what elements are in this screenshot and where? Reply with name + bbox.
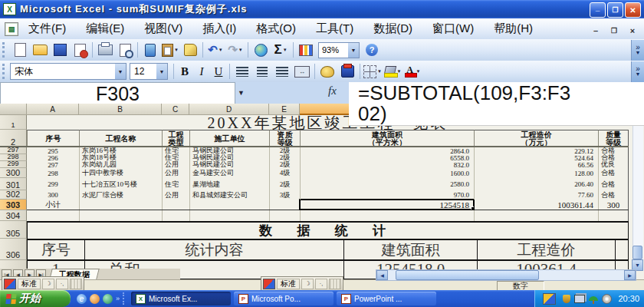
table-cell[interactable] bbox=[300, 210, 474, 221]
table-cell[interactable]: 住宅 bbox=[162, 154, 189, 161]
antivirus-tray-icon[interactable] bbox=[589, 296, 598, 301]
table-cell[interactable]: 6558.0 bbox=[300, 154, 474, 161]
permission-button[interactable] bbox=[71, 41, 89, 59]
row-header[interactable]: 301 bbox=[0, 178, 27, 190]
ime-mode-label[interactable]: 标准 bbox=[277, 279, 300, 289]
new-document-button[interactable] bbox=[11, 41, 29, 59]
doc-close-icon[interactable] bbox=[627, 26, 638, 35]
table-header-cell[interactable]: 序号 bbox=[27, 130, 79, 147]
horizontal-scrollbar-thumb[interactable] bbox=[396, 270, 539, 280]
name-box-dropdown-icon[interactable]: ▼ bbox=[238, 89, 245, 97]
save-button[interactable] bbox=[51, 41, 69, 59]
toolbar-options-button[interactable] bbox=[631, 61, 644, 82]
table-header-cell[interactable]: 建筑面积 （平方米） bbox=[300, 130, 474, 147]
help-button[interactable] bbox=[363, 41, 381, 59]
table-cell[interactable]: 66.56 bbox=[474, 161, 598, 168]
italic-button[interactable]: I bbox=[193, 63, 210, 80]
table-cell[interactable]: 马钢民建公司 bbox=[189, 161, 269, 168]
row-header[interactable]: 1 bbox=[0, 115, 27, 130]
table-cell[interactable]: 77.60 bbox=[474, 190, 598, 200]
menu-item-4[interactable]: 格式(O) bbox=[254, 20, 298, 38]
menu-item-8[interactable]: 帮助(H) bbox=[491, 20, 535, 38]
table-cell[interactable]: 公用 bbox=[162, 161, 189, 168]
table-cell[interactable]: 3级 bbox=[269, 190, 300, 200]
ime-logo-icon[interactable] bbox=[4, 279, 16, 289]
table-cell[interactable] bbox=[269, 200, 300, 210]
row-header[interactable]: 305 bbox=[0, 221, 27, 239]
row-header[interactable]: 299 bbox=[0, 161, 27, 168]
restore-button[interactable] bbox=[607, 2, 623, 18]
ime-punctuation-icon[interactable] bbox=[56, 279, 68, 289]
table-header-cell[interactable]: 工程造价 （万元） bbox=[474, 130, 598, 147]
zoom-dropdown-icon[interactable]: ▼ bbox=[348, 43, 359, 58]
table-cell[interactable]: 优良 bbox=[598, 161, 629, 168]
table-cell[interactable] bbox=[27, 210, 79, 221]
chart-wizard-button[interactable] bbox=[297, 41, 315, 59]
stats-header-cell[interactable]: 统计内容 bbox=[84, 240, 343, 259]
table-cell[interactable]: 2864.0 bbox=[300, 147, 474, 154]
open-button[interactable] bbox=[31, 41, 49, 59]
ime-keyboard-icon[interactable] bbox=[329, 279, 341, 289]
table-cell[interactable]: 295 bbox=[27, 147, 79, 154]
print-preview-button[interactable] bbox=[116, 41, 134, 59]
quick-launch-more-icon[interactable] bbox=[116, 295, 120, 302]
taskbar-task-0[interactable]: Microsoft Ex... bbox=[131, 292, 231, 305]
insert-function-icon[interactable]: fx bbox=[328, 84, 337, 97]
table-cell[interactable]: 十四中教学楼 bbox=[79, 168, 162, 178]
print-button[interactable] bbox=[96, 41, 114, 59]
messenger-icon[interactable] bbox=[103, 294, 113, 304]
row-header[interactable]: 2 bbox=[0, 130, 27, 147]
column-header-C[interactable]: C bbox=[162, 104, 189, 115]
selected-cell-F303[interactable]: 1254518 bbox=[300, 200, 474, 210]
network-tray-icon[interactable] bbox=[574, 295, 585, 303]
column-header-E[interactable]: E bbox=[269, 104, 300, 115]
ime-logo-icon[interactable] bbox=[263, 279, 275, 289]
formula-text[interactable]: =SUBTOTAL(109,F3:F302) bbox=[358, 83, 577, 124]
redo-button[interactable]: ▼ bbox=[226, 41, 245, 59]
subtotal-label-cell[interactable]: 小计 bbox=[27, 200, 79, 210]
start-button[interactable]: 开始 bbox=[0, 290, 71, 307]
table-cell[interactable]: 2级 bbox=[269, 147, 300, 154]
table-cell[interactable]: 马钢民建公司 bbox=[189, 154, 269, 161]
ime-fullwidth-icon[interactable] bbox=[301, 279, 314, 289]
table-cell[interactable]: 水泥厂综合楼 bbox=[79, 190, 162, 200]
table-cell[interactable]: 合格 bbox=[598, 168, 629, 178]
table-cell[interactable] bbox=[79, 200, 162, 210]
toolbar-options-button[interactable] bbox=[631, 40, 644, 61]
table-cell[interactable]: 公用 bbox=[162, 190, 189, 200]
table-cell[interactable]: 巢湖地建 bbox=[189, 178, 269, 190]
stats-header-cell[interactable]: 序号 bbox=[28, 240, 84, 259]
table-cell[interactable] bbox=[162, 200, 189, 210]
table-header-cell[interactable]: 施工单位 bbox=[189, 130, 269, 147]
table-cell[interactable]: 128.00 bbox=[474, 168, 598, 178]
table-cell[interactable]: 公用 bbox=[162, 168, 189, 178]
undo-button[interactable]: ▼ bbox=[206, 41, 225, 59]
table-cell[interactable]: 合格 bbox=[598, 190, 629, 200]
align-right-button[interactable] bbox=[273, 63, 291, 81]
menu-item-7[interactable]: 窗口(W) bbox=[430, 20, 476, 38]
table-cell[interactable]: 4级 bbox=[269, 168, 300, 178]
table-cell[interactable]: 合格 bbox=[598, 154, 629, 161]
stats-header-cell[interactable]: 工程造价 bbox=[477, 240, 615, 259]
bold-button[interactable]: B bbox=[176, 63, 193, 80]
table-cell[interactable]: 300 bbox=[27, 190, 79, 200]
table-cell[interactable]: 东岗16号楼 bbox=[79, 147, 162, 154]
subtotal-cost-cell[interactable]: 100361.44 bbox=[474, 200, 598, 210]
table-header-cell[interactable]: 质量 等级 bbox=[598, 130, 629, 147]
currency-button[interactable] bbox=[318, 63, 337, 81]
language-bar-icon[interactable] bbox=[543, 293, 556, 305]
table-cell[interactable]: 合格 bbox=[598, 178, 629, 190]
media-player-icon[interactable] bbox=[90, 294, 100, 304]
table-cell[interactable] bbox=[162, 210, 189, 221]
table-cell[interactable] bbox=[269, 210, 300, 221]
toolbar-grip[interactable] bbox=[2, 42, 8, 58]
table-cell[interactable] bbox=[598, 210, 629, 221]
stats-header-cell[interactable] bbox=[615, 240, 628, 259]
table-cell[interactable]: 合格 bbox=[598, 147, 629, 154]
row-header[interactable]: 306 bbox=[0, 239, 27, 260]
ime-punctuation-icon[interactable] bbox=[315, 279, 327, 289]
vertical-scrollbar-thumb[interactable] bbox=[632, 246, 642, 259]
font-color-button[interactable]: ▼ bbox=[403, 63, 422, 81]
table-cell[interactable]: 金马建安公司 bbox=[189, 168, 269, 178]
table-cell[interactable]: 298 bbox=[27, 168, 79, 178]
